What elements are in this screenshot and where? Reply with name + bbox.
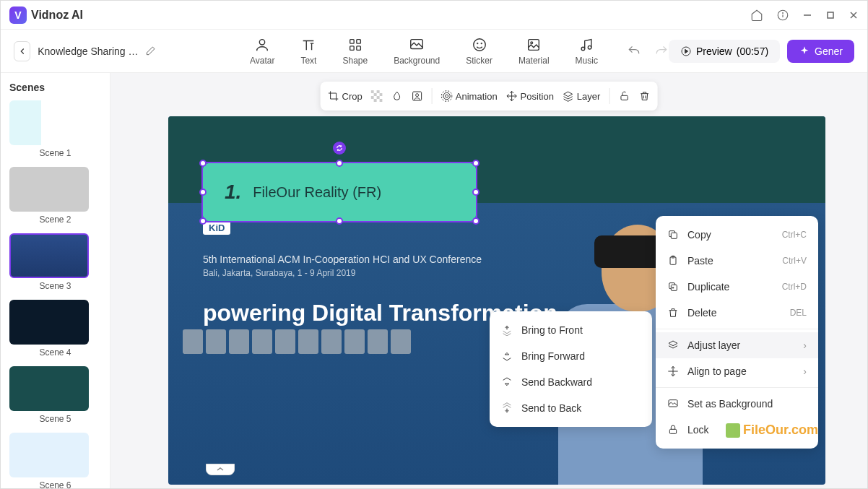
blur-button[interactable] xyxy=(391,90,403,102)
logo-icon: V xyxy=(9,7,27,24)
tool-sticker-label: Sticker xyxy=(466,56,492,66)
menu-label: Send Backward xyxy=(521,376,592,388)
menu-label: Set as Background xyxy=(687,398,773,410)
toolbar: Knowledge Sharing Lectu... Avatar Text S… xyxy=(1,30,867,73)
tool-text[interactable]: Text xyxy=(300,37,316,66)
selected-element[interactable]: 1. FileOur Reality (FR) xyxy=(203,163,476,221)
menu-send-to-back[interactable]: Send to Back xyxy=(490,395,652,421)
svg-point-31 xyxy=(416,94,419,97)
canvas-toolbar: Crop Animation Position Layer xyxy=(321,82,658,111)
avatar-frame-button[interactable] xyxy=(412,90,423,102)
resize-handle[interactable] xyxy=(199,160,207,167)
element-number: 1. xyxy=(225,181,241,204)
tool-background[interactable]: Background xyxy=(394,37,440,66)
menu-shortcut: Ctrl+C xyxy=(782,230,807,240)
undo-button[interactable] xyxy=(627,44,641,59)
tool-avatar[interactable]: Avatar xyxy=(250,37,274,66)
position-label: Position xyxy=(521,91,554,102)
scene-item-1[interactable]: Scene 1 xyxy=(9,100,101,158)
info-icon[interactable] xyxy=(776,9,789,22)
tool-material-label: Material xyxy=(518,56,550,66)
menu-adjust-layer[interactable]: Adjust layer› xyxy=(656,332,818,358)
animation-button[interactable]: Animation xyxy=(441,90,498,102)
svg-point-33 xyxy=(443,92,450,99)
sidebar-collapse-handle[interactable] xyxy=(206,464,235,475)
delete-button[interactable] xyxy=(638,90,650,102)
svg-rect-24 xyxy=(374,93,377,96)
unlock-button[interactable] xyxy=(618,90,630,102)
animation-label: Animation xyxy=(456,91,498,102)
svg-rect-22 xyxy=(371,90,374,93)
resize-handle[interactable] xyxy=(336,217,343,225)
tool-music[interactable]: Music xyxy=(576,37,598,66)
rotate-handle[interactable] xyxy=(333,142,346,155)
resize-handle[interactable] xyxy=(472,189,479,196)
faces-row xyxy=(183,329,411,354)
generate-button[interactable]: Gener xyxy=(787,40,854,63)
resize-handle[interactable] xyxy=(472,160,479,167)
layer-label: Layer xyxy=(577,91,601,102)
preview-time: (00:57) xyxy=(737,46,768,57)
menu-duplicate[interactable]: DuplicateCtrl+D xyxy=(656,274,818,300)
minimize-icon[interactable] xyxy=(802,10,812,20)
tool-background-label: Background xyxy=(394,56,440,66)
home-icon[interactable] xyxy=(750,9,763,22)
tool-shape-label: Shape xyxy=(342,56,368,66)
layer-button[interactable]: Layer xyxy=(563,90,601,102)
crop-button[interactable]: Crop xyxy=(328,90,363,102)
resize-handle[interactable] xyxy=(336,160,343,167)
menu-bring-to-front[interactable]: Bring to Front xyxy=(490,317,652,343)
watermark-icon xyxy=(726,423,740,438)
titlebar: V Vidnoz AI xyxy=(1,1,867,30)
menu-paste[interactable]: PasteCtrl+V xyxy=(656,248,818,274)
menu-label: Copy xyxy=(687,229,711,241)
menu-label: Paste xyxy=(687,255,713,267)
redo-button[interactable] xyxy=(654,44,669,59)
menu-send-backward[interactable]: Send Backward xyxy=(490,369,652,395)
tool-avatar-label: Avatar xyxy=(250,56,274,66)
menu-shortcut: Ctrl+V xyxy=(782,256,807,266)
tool-material[interactable]: Material xyxy=(518,37,550,66)
app-name: Vidnoz AI xyxy=(31,9,83,22)
transparency-button[interactable] xyxy=(371,90,383,102)
app-logo[interactable]: V Vidnoz AI xyxy=(9,7,83,24)
position-button[interactable]: Position xyxy=(506,90,554,102)
layer-submenu: Bring to Front Bring Forward Send Backwa… xyxy=(490,311,652,427)
canvas[interactable]: KiD 5th International ACM In-Cooperation… xyxy=(168,116,825,485)
scene-item-4[interactable]: Scene 4 xyxy=(9,300,101,358)
main: Scenes Scene 1 Scene 2 Scene 3 Scene 4 S… xyxy=(1,73,867,489)
chevron-right-icon: › xyxy=(803,339,807,351)
resize-handle[interactable] xyxy=(199,217,207,225)
maximize-icon[interactable] xyxy=(825,10,836,20)
menu-delete[interactable]: DeleteDEL xyxy=(656,300,818,326)
scene-item-6[interactable]: Scene 6 xyxy=(9,433,101,489)
scene-item-2[interactable]: Scene 2 xyxy=(9,167,101,225)
scenes-panel: Scenes Scene 1 Scene 2 Scene 3 Scene 4 S… xyxy=(1,73,110,489)
element-text: FileOur Reality (FR) xyxy=(253,184,381,201)
back-button[interactable] xyxy=(14,41,30,61)
menu-bring-forward[interactable]: Bring Forward xyxy=(490,343,652,369)
tool-shape[interactable]: Shape xyxy=(342,37,368,66)
svg-point-15 xyxy=(481,43,482,43)
scene-label: Scene 5 xyxy=(9,414,101,424)
scene-item-3[interactable]: Scene 3 xyxy=(9,233,101,291)
close-icon[interactable] xyxy=(849,10,859,20)
menu-copy[interactable]: CopyCtrl+C xyxy=(656,222,818,248)
tool-sticker[interactable]: Sticker xyxy=(466,37,492,66)
menu-set-background[interactable]: Set as Background xyxy=(656,391,818,417)
svg-marker-21 xyxy=(685,49,688,53)
svg-rect-28 xyxy=(374,99,377,102)
svg-point-17 xyxy=(531,41,533,43)
svg-point-14 xyxy=(477,43,477,43)
menu-align-page[interactable]: Align to page› xyxy=(656,358,818,384)
preview-button[interactable]: Preview (00:57) xyxy=(669,40,780,63)
edit-name-icon[interactable] xyxy=(144,46,156,57)
resize-handle[interactable] xyxy=(199,189,207,196)
project-name: Knowledge Sharing Lectu... xyxy=(38,46,139,57)
menu-label: Align to page xyxy=(687,365,747,377)
svg-rect-29 xyxy=(380,99,383,102)
scene-item-5[interactable]: Scene 5 xyxy=(9,366,101,424)
svg-rect-11 xyxy=(357,46,361,50)
crop-label: Crop xyxy=(342,91,363,102)
resize-handle[interactable] xyxy=(472,217,479,225)
